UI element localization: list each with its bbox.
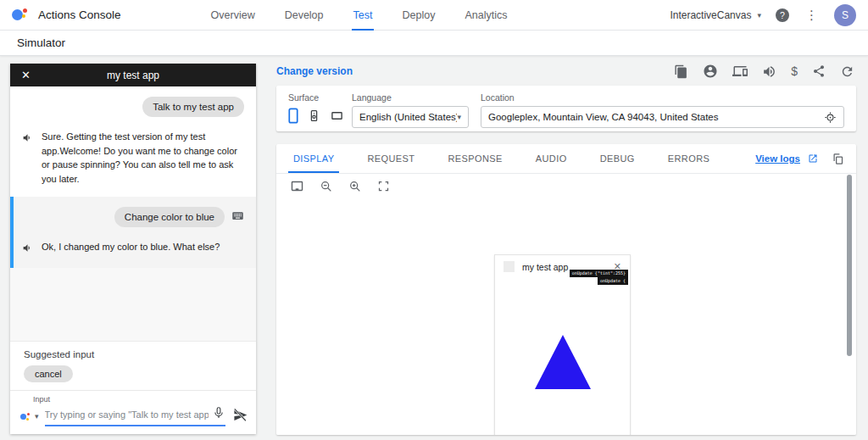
brand-title: Actions Console — [38, 8, 121, 21]
results-card: DISPLAY REQUEST RESPONSE AUDIO DEBUG ERR… — [276, 144, 856, 435]
surface-display-icon[interactable] — [330, 109, 344, 122]
main-nav: Overview Develop Test Deploy Analytics — [209, 0, 536, 31]
device-preview: my test app ✕ onUpdate {"tint":255} onUp… — [494, 254, 631, 435]
debug-line: onUpdate { — [598, 277, 628, 285]
screenshot-icon[interactable] — [290, 179, 304, 193]
content: ✕ my test app Talk to my test app Sure. … — [0, 56, 868, 440]
user-utterance-pill[interactable]: Talk to my test app — [142, 97, 244, 117]
canvas-triangle — [535, 335, 591, 389]
input-mode-chevron-icon[interactable]: ▾ — [35, 412, 39, 421]
my-location-icon[interactable] — [824, 111, 837, 124]
display-viewport: my test app ✕ onUpdate {"tint":255} onUp… — [276, 198, 856, 435]
query-input-wrap — [45, 406, 225, 426]
more-options-icon[interactable]: ⋮ — [804, 8, 820, 23]
help-icon[interactable]: ? — [776, 8, 789, 22]
refresh-icon[interactable] — [840, 64, 854, 79]
close-icon[interactable]: ✕ — [21, 64, 31, 86]
language-label: Language — [352, 92, 469, 103]
fullscreen-icon[interactable] — [377, 180, 390, 192]
location-label: Location — [481, 92, 844, 103]
display-scrollbar[interactable] — [847, 175, 852, 356]
language-select[interactable]: English (United States) ▾ — [352, 106, 469, 128]
zoom-in-icon[interactable] — [348, 180, 362, 193]
page-title: Simulator — [17, 36, 65, 49]
project-selector[interactable]: InteractiveCanvas ▾ — [670, 9, 761, 21]
simulator-input-area: Suggested input cancel Input ▾ — [10, 341, 256, 434]
speaker-icon — [22, 242, 33, 257]
billing-icon[interactable]: $ — [791, 64, 798, 78]
account-icon[interactable] — [703, 64, 718, 79]
language-value: English (United States) — [359, 112, 457, 122]
conversation-turn-selected[interactable]: Change color to blue Ok, I changed my co… — [10, 197, 256, 268]
canvas-debug-overlay: onUpdate {"tint":255} onUpdate { — [570, 270, 628, 285]
assistant-response: Sure. Getting the test version of my tes… — [42, 130, 242, 186]
subheader: Simulator — [0, 31, 868, 56]
avatar[interactable]: S — [834, 4, 856, 26]
display-toolbar — [276, 174, 856, 198]
simulator-panel: ✕ my test app Talk to my test app Sure. … — [10, 64, 256, 434]
keyboard-input-icon — [231, 209, 244, 226]
nav-item-overview[interactable]: Overview — [209, 0, 257, 31]
input-label: Input — [33, 395, 248, 404]
external-link-icon — [808, 153, 818, 164]
preview-app-title: my test app — [522, 262, 568, 272]
speaker-icon — [22, 131, 33, 186]
simulator-app-title: my test app — [107, 70, 159, 81]
location-input-wrap — [481, 106, 844, 128]
copy-icon[interactable] — [832, 153, 844, 165]
debug-line: onUpdate {"tint":255} — [570, 270, 628, 277]
nav-item-test[interactable]: Test — [352, 0, 375, 31]
suggestion-chip-cancel[interactable]: cancel — [24, 365, 73, 382]
surface-settings-card: Surface Language English (United Sta — [276, 86, 856, 131]
project-name: InteractiveCanvas — [670, 9, 751, 21]
location-input[interactable] — [488, 112, 824, 122]
nav-item-develop[interactable]: Develop — [283, 0, 326, 31]
conversation-empty-area — [10, 268, 256, 341]
conversation-turn[interactable]: Talk to my test app Sure. Getting the te… — [10, 86, 256, 197]
assistant-response: Ok, I changed my color to blue. What els… — [42, 240, 220, 257]
top-nav: Actions Console Overview Develop Test De… — [0, 0, 868, 31]
change-version-link[interactable]: Change version — [276, 65, 353, 77]
view-logs-link[interactable]: View logs — [755, 153, 800, 164]
copy-history-icon[interactable] — [674, 64, 688, 79]
tab-errors[interactable]: ERRORS — [663, 144, 715, 173]
tab-request[interactable]: REQUEST — [362, 144, 420, 173]
nav-item-analytics[interactable]: Analytics — [463, 0, 509, 31]
tab-response[interactable]: RESPONSE — [442, 144, 507, 173]
assistant-logo-icon — [12, 7, 31, 24]
share-icon[interactable] — [812, 64, 826, 78]
results-tabs: DISPLAY REQUEST RESPONSE AUDIO DEBUG ERR… — [276, 144, 856, 174]
query-input[interactable] — [45, 409, 209, 420]
nav-item-deploy[interactable]: Deploy — [400, 0, 437, 31]
tab-debug[interactable]: DEBUG — [595, 144, 640, 173]
suggested-input-label: Suggested input — [24, 349, 242, 359]
chevron-down-icon: ▾ — [457, 113, 461, 121]
mic-icon[interactable] — [212, 406, 225, 423]
user-utterance-pill[interactable]: Change color to blue — [114, 207, 225, 227]
simulator-header: ✕ my test app — [10, 64, 256, 86]
surface-speaker-icon[interactable] — [308, 109, 320, 122]
zoom-out-icon[interactable] — [320, 180, 333, 193]
devices-icon[interactable] — [732, 64, 748, 79]
surface-phone-icon[interactable] — [288, 108, 298, 124]
surface-label: Surface — [288, 92, 352, 103]
conversation-log: Talk to my test app Sure. Getting the te… — [10, 86, 256, 341]
assistant-input-mode-icon[interactable] — [20, 411, 31, 422]
chevron-down-icon: ▾ — [757, 11, 761, 19]
app-icon-placeholder — [504, 261, 515, 272]
actions-console-simulator: Actions Console Overview Develop Test De… — [0, 0, 868, 440]
tab-audio[interactable]: AUDIO — [531, 144, 572, 173]
top-nav-right: InteractiveCanvas ▾ ? ⋮ S — [670, 4, 856, 26]
volume-icon[interactable] — [762, 64, 776, 79]
send-disabled-icon[interactable] — [233, 408, 248, 426]
simulator-toolbar: Change version $ — [276, 64, 856, 79]
tab-display[interactable]: DISPLAY — [288, 144, 339, 173]
